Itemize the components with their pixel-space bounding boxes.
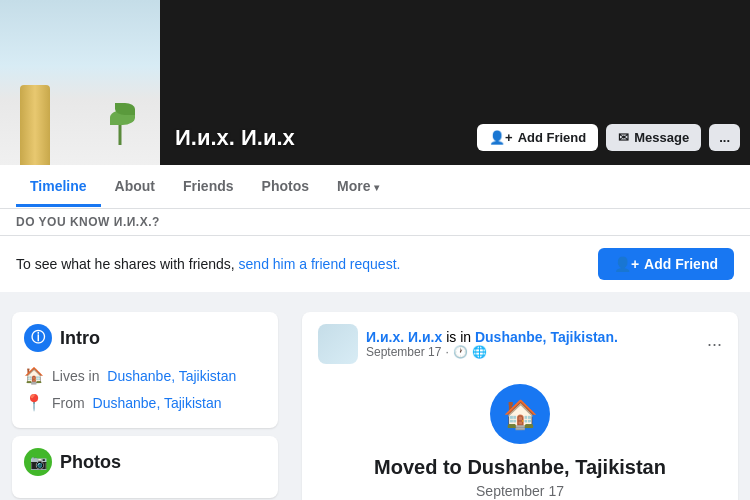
post-header: И.и.х. И.и.х is in Dushanbe, Tajikistan.… xyxy=(302,312,738,372)
home-icon: 🏠 xyxy=(24,366,44,385)
add-friend-bar-icon: 👤+ xyxy=(614,256,639,272)
friend-bar-text: To see what he shares with friends, send… xyxy=(16,256,400,272)
photos-card: 📷 Photos xyxy=(12,436,278,498)
profile-name: И.и.х. И.и.х xyxy=(175,125,295,151)
tab-friends[interactable]: Friends xyxy=(169,168,248,207)
photos-icon: 📷 xyxy=(24,448,52,476)
post-location-link[interactable]: Dushanbe, Tajikistan. xyxy=(475,329,618,345)
post-author-name-line: И.и.х. И.и.х is in Dushanbe, Tajikistan. xyxy=(366,329,618,345)
lives-in-link[interactable]: Dushanbe, Tajikistan xyxy=(107,368,236,384)
clock-icon: 🕐 xyxy=(453,345,468,359)
more-options-button[interactable]: ... xyxy=(709,124,740,151)
post-author-link[interactable]: И.и.х. И.и.х xyxy=(366,329,446,345)
map-icon: 📍 xyxy=(24,393,44,412)
tab-more[interactable]: More xyxy=(323,168,393,207)
from-link[interactable]: Dushanbe, Tajikistan xyxy=(93,395,222,411)
tab-photos[interactable]: Photos xyxy=(248,168,323,207)
message-button[interactable]: ✉ Message xyxy=(606,124,701,151)
profile-nav: Timeline About Friends Photos More xyxy=(0,165,750,209)
tab-about[interactable]: About xyxy=(101,168,169,207)
right-feed: И.и.х. И.и.х is in Dushanbe, Tajikistan.… xyxy=(290,300,750,500)
dot-separator: · xyxy=(445,345,448,359)
post-body: 🏠 Moved to Dushanbe, Tajikistan Septembe… xyxy=(302,384,738,500)
info-icon: ⓘ xyxy=(24,324,52,352)
post-meta: September 17 · 🕐 🌐 xyxy=(366,345,618,359)
lives-in-item: 🏠 Lives in Dushanbe, Tajikistan xyxy=(24,362,266,389)
post-more-button[interactable]: ··· xyxy=(707,334,722,355)
left-sidebar: ⓘ Intro 🏠 Lives in Dushanbe, Tajikistan … xyxy=(0,300,290,500)
message-icon: ✉ xyxy=(618,130,629,145)
intro-card: ⓘ Intro 🏠 Lives in Dushanbe, Tajikistan … xyxy=(12,312,278,428)
cover-photo xyxy=(0,0,160,165)
post-author-details: И.и.х. И.и.х is in Dushanbe, Tajikistan.… xyxy=(366,329,618,359)
globe-icon: 🌐 xyxy=(472,345,487,359)
intro-title: ⓘ Intro xyxy=(24,324,266,352)
friend-request-bar: To see what he shares with friends, send… xyxy=(0,236,750,300)
post-title: Moved to Dushanbe, Tajikistan xyxy=(318,456,722,479)
add-friend-icon: 👤+ xyxy=(489,130,513,145)
main-content: ⓘ Intro 🏠 Lives in Dushanbe, Tajikistan … xyxy=(0,300,750,500)
add-friend-bar-button[interactable]: 👤+ Add Friend xyxy=(598,248,734,280)
chevron-down-icon xyxy=(374,178,379,194)
post-subtitle-date: September 17 xyxy=(318,483,722,499)
header-actions: 👤+ Add Friend ✉ Message ... xyxy=(477,124,740,151)
tab-timeline[interactable]: Timeline xyxy=(16,168,101,207)
profile-header-info: И.и.х. И.и.х 👤+ Add Friend ✉ Message ... xyxy=(175,124,740,151)
photos-title: 📷 Photos xyxy=(24,448,266,476)
add-friend-button[interactable]: 👤+ Add Friend xyxy=(477,124,598,151)
post-author-info: И.и.х. И.и.х is in Dushanbe, Tajikistan.… xyxy=(318,324,618,364)
from-item: 📍 From Dushanbe, Tajikistan xyxy=(24,389,266,416)
post-card: И.и.х. И.и.х is in Dushanbe, Tajikistan.… xyxy=(302,312,738,500)
post-avatar xyxy=(318,324,358,364)
post-home-icon: 🏠 xyxy=(490,384,550,444)
send-friend-request-link[interactable]: send him a friend request. xyxy=(239,256,401,272)
know-banner: DO YOU KNOW И.И.Х.? xyxy=(0,209,750,236)
cover-area: И.и.х. И.и.х 👤+ Add Friend ✉ Message ... xyxy=(0,0,750,165)
